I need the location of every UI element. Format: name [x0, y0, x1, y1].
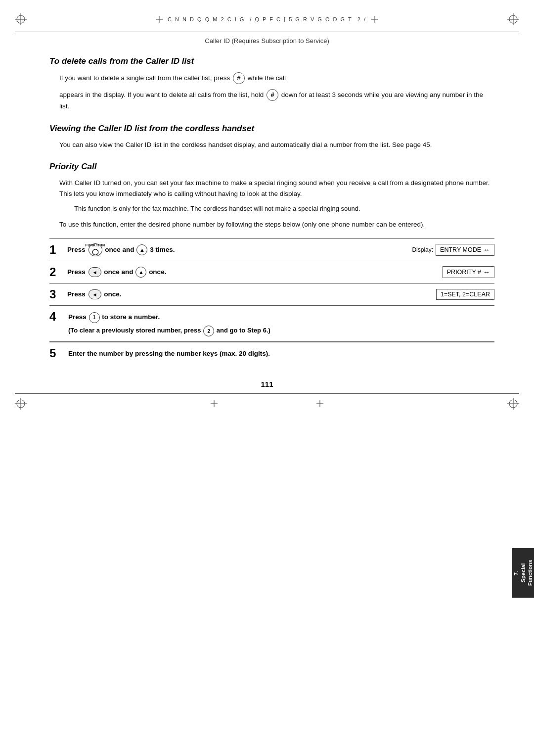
- step2-display-box: PRIORITY # ↔: [443, 266, 494, 278]
- hash-key-2: #: [267, 89, 278, 101]
- side-tab-line1: Special: [520, 564, 527, 583]
- step-4-text: Press 1 to store a number.: [68, 310, 160, 323]
- priority-heading: Priority Call: [49, 162, 494, 172]
- bottom-cross-left: [211, 400, 218, 407]
- step3-display-text: 1=SET, 2=CLEAR: [441, 291, 490, 298]
- step3-menu-key: ◄: [89, 289, 101, 299]
- step-1-row: 1 Press FUNKTION ◯ once and ▲ 3 times. D…: [49, 239, 494, 261]
- priority-para1: With Caller ID turned on, you can set yo…: [59, 178, 494, 199]
- step4-press: Press: [68, 313, 87, 321]
- step2-arrow: ↔: [483, 268, 490, 276]
- step-2-display: PRIORITY # ↔: [396, 266, 494, 278]
- step4-sub-key-2: 2: [203, 326, 214, 336]
- header-code-right: 2 /: [357, 16, 366, 22]
- page-header: Caller ID (Requires Subscription to Serv…: [0, 37, 534, 45]
- step3-press: Press: [67, 290, 86, 298]
- main-content: To delete calls from the Caller ID list …: [0, 56, 534, 365]
- funktion-key: FUNKTION ◯: [89, 243, 102, 256]
- bottom-marks-row: [0, 394, 534, 414]
- step2-press: Press: [67, 268, 86, 276]
- bottom-inner-marks: [211, 400, 323, 407]
- side-tab-line2: Functions: [527, 560, 534, 586]
- step1-3times: 3 times.: [150, 246, 175, 253]
- step3-display-box: 1=SET, 2=CLEAR: [436, 289, 494, 300]
- top-right-reg-mark: [507, 13, 519, 25]
- hash-key-1: #: [233, 72, 245, 84]
- steps-table: 1 Press FUNKTION ◯ once and ▲ 3 times. D…: [49, 238, 494, 306]
- step4-key-1: 1: [89, 312, 100, 323]
- page-number: 111: [0, 380, 534, 388]
- viewing-heading: Viewing the Caller ID list from the cord…: [49, 124, 494, 134]
- step-5-text: Enter the number by pressing the number …: [68, 346, 270, 359]
- delete-para2: appears in the display. If you want to d…: [59, 89, 494, 112]
- delete-para1-pre: If you want to delete a single call from…: [59, 74, 230, 82]
- delete-heading: To delete calls from the Caller ID list: [49, 56, 494, 66]
- page: C N N D Q Q M 2 C I G / Q P F C [ 5 G R …: [0, 0, 534, 756]
- step-4-num: 4: [49, 310, 66, 324]
- header-code-middle: / Q P F C [ 5 G R V G O D G T: [250, 16, 352, 22]
- step2-display-text: PRIORITY #: [447, 269, 481, 276]
- bottom-left-reg-mark: [15, 398, 27, 410]
- step3-once: once.: [104, 290, 121, 298]
- step-1-num: 1: [49, 243, 67, 257]
- step-2-text: Press ◄ once and ▲ once.: [67, 267, 396, 278]
- display-label: Display:: [412, 246, 433, 253]
- step2-nav-key: ▲: [135, 267, 146, 278]
- side-tab: 7. Special Functions: [512, 548, 534, 598]
- top-inner-marks: C N N D Q Q M 2 C I G / Q P F C [ 5 G R …: [156, 16, 378, 23]
- step-2-num: 2: [49, 265, 67, 279]
- step1-arrow: ↔: [483, 246, 490, 254]
- step2-menu-key: ◄: [89, 267, 101, 277]
- delete-para1-end: while the call: [248, 74, 286, 82]
- step1-nav-key: ▲: [136, 244, 147, 255]
- step-3-num: 3: [49, 287, 67, 301]
- priority-para2: To use this function, enter the desired …: [59, 219, 494, 230]
- top-left-reg-mark: [15, 13, 27, 25]
- step1-once-and: once and: [105, 246, 134, 253]
- step-3-row: 3 Press ◄ once. 1=SET, 2=CLEAR: [49, 284, 494, 306]
- step-4-row: 4 Press 1 to store a number.: [49, 310, 494, 324]
- step-2-row: 2 Press ◄ once and ▲ once. PRIORITY # ↔: [49, 261, 494, 284]
- step-5-inner: 5 Enter the number by pressing the numbe…: [49, 346, 494, 360]
- top-marks-row: C N N D Q Q M 2 C I G / Q P F C [ 5 G R …: [0, 0, 534, 30]
- delete-para1: If you want to delete a single call from…: [59, 72, 494, 84]
- step-5-row: 5 Enter the number by pressing the numbe…: [49, 342, 494, 365]
- step1-display-text: ENTRY MODE: [440, 246, 481, 253]
- step1-press: Press: [67, 246, 86, 253]
- step2-once-and: once and: [104, 268, 133, 276]
- viewing-para: You can also view the Caller ID list in …: [59, 140, 494, 150]
- step-4-sub: (To clear a previously stored number, pr…: [68, 326, 494, 338]
- bottom-right-reg-mark: [507, 398, 519, 410]
- step-5-num: 5: [49, 346, 66, 360]
- priority-note: This function is only for the fax machin…: [74, 204, 494, 214]
- delete-para2-pre: appears in the display. If you want to d…: [59, 91, 264, 98]
- side-tab-number: 7.: [513, 570, 520, 575]
- step1-display-box: ENTRY MODE ↔: [436, 244, 494, 256]
- header-code-left: C N N D Q Q M 2 C I G: [168, 16, 245, 22]
- step4-sub-pre: (To clear a previously stored number, pr…: [68, 327, 201, 334]
- step-3-text: Press ◄ once.: [67, 289, 396, 299]
- step4-sub-end: and go to Step 6.): [217, 327, 270, 334]
- step-1-text: Press FUNKTION ◯ once and ▲ 3 times.: [67, 243, 396, 256]
- bottom-cross-right: [316, 400, 323, 407]
- step-1-display: Display: ENTRY MODE ↔: [396, 244, 494, 256]
- lower-steps: 4 Press 1 to store a number. (To clear a…: [49, 306, 494, 342]
- step4-end: to store a number.: [102, 313, 160, 321]
- top-rule: [15, 32, 519, 32]
- step2-once: once.: [149, 268, 166, 276]
- step-3-display: 1=SET, 2=CLEAR: [396, 289, 494, 300]
